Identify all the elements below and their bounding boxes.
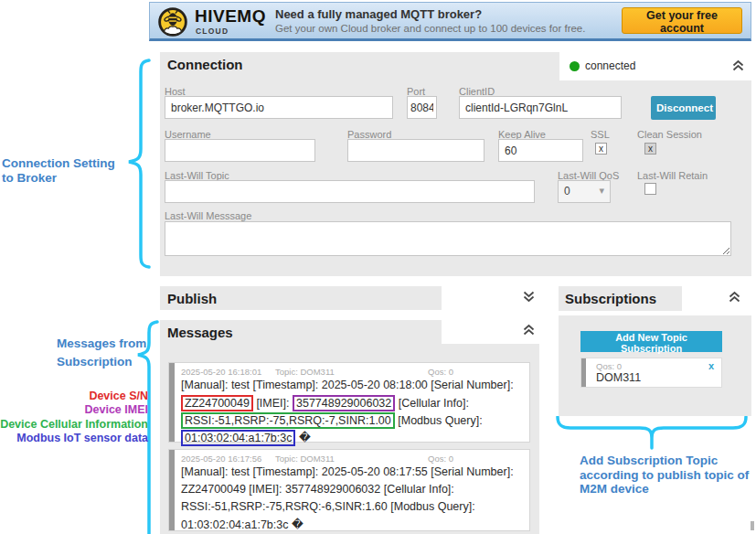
message-line: ZZ24700049 [IMEI]: 357748929006032 [Cell…	[181, 483, 454, 496]
message-time: 2025-05-20 16:17:56	[181, 454, 261, 464]
serial-number-highlight: ZZ24700049	[181, 395, 253, 411]
lastwill-topic-input[interactable]	[165, 180, 535, 203]
annotation-modbus-data: Modbus IoT sensor data	[0, 432, 148, 445]
clientid-input[interactable]	[459, 96, 622, 119]
banner-subheadline: Get your own Cloud broker and connect up…	[275, 23, 585, 34]
annotation-device-legend: Device S/N Device IMEI Device Cellular I…	[0, 390, 148, 445]
clean-session-label: Clean Session	[637, 129, 702, 140]
message-time: 2025-05-20 16:18:01	[181, 367, 261, 377]
add-subscription-button[interactable]: Add New Topic Subscription	[580, 331, 722, 352]
subscription-handle	[581, 358, 586, 387]
lastwill-retain-checkbox[interactable]	[644, 183, 656, 195]
hivemq-cloud-label: CLOUD	[196, 27, 229, 36]
disconnect-button[interactable]: Disconnect	[651, 96, 716, 120]
message-card: 2025-05-20 16:18:01 Topic: DOM311 Qos: 0…	[168, 362, 530, 443]
message-topic: Topic: DOM311	[275, 454, 335, 464]
ssl-label: SSL	[591, 129, 610, 140]
annotation-device-imei: Device IMEI	[0, 403, 148, 417]
connection-panel: Connection connected Host Port ClientID …	[160, 52, 751, 276]
banner-headline: Need a fully managed MQTT broker?	[275, 7, 482, 21]
subscription-topic: DOM311	[596, 371, 641, 384]
keepalive-input[interactable]	[498, 139, 583, 162]
hivemq-brand: HIVEMQ	[195, 6, 266, 27]
annotation-connection-setting: Connection Setting to Broker	[2, 156, 130, 186]
messages-title: Messages	[167, 325, 233, 340]
subscriptions-title: Subscriptions	[565, 291, 656, 306]
lastwill-message-label: Last-Will Messsage	[165, 210, 251, 221]
hivemq-bee-icon[interactable]	[157, 6, 188, 37]
annotation-add-subscription-topic: Add Subscription Topic according to publ…	[580, 454, 756, 497]
message-handle	[169, 363, 175, 442]
brace-connection	[125, 58, 151, 270]
port-input[interactable]	[407, 96, 437, 119]
status-dot-icon	[570, 61, 580, 71]
chevron-down-icon: ▾	[599, 185, 604, 197]
clean-session-checkbox[interactable]: x	[644, 143, 656, 155]
password-input[interactable]	[347, 139, 484, 162]
subscription-qos: Qos: 0	[596, 361, 622, 371]
message-line: 01:03:02:04:a1:7b:3c �	[181, 430, 311, 446]
connection-status: connected	[585, 59, 635, 72]
message-topic: Topic: DOM311	[275, 367, 335, 377]
chevron-double-down-icon[interactable]	[522, 290, 536, 303]
messages-list: 2025-05-20 16:18:01 Topic: DOM311 Qos: 0…	[160, 344, 539, 534]
chevron-double-up-icon[interactable]	[728, 291, 741, 304]
message-line: RSSI:-51,RSRP:-75,RSRQ:-7,SINR:1.00 [Mod…	[181, 412, 483, 429]
connection-title: Connection	[167, 57, 243, 72]
lastwill-qos-value: 0	[564, 185, 570, 198]
message-card: 2025-05-20 16:17:56 Topic: DOM311 Qos: 0…	[168, 449, 530, 531]
screenshot-root: HIVEMQ CLOUD Need a fully managed MQTT b…	[0, 0, 756, 534]
lastwill-retain-label: Last-Will Retain	[637, 170, 708, 181]
subscriptions-panel: Add New Topic Subscription Qos: 0 x DOM3…	[559, 315, 751, 416]
username-input[interactable]	[165, 139, 315, 162]
chevron-double-up-icon[interactable]	[731, 59, 745, 72]
cellular-highlight: RSSI:-51,RSRP:-75,RSRQ:-7,SINR:1.00	[181, 412, 395, 429]
message-qos: Qos: 0	[428, 454, 453, 464]
lastwill-message-textarea[interactable]	[165, 221, 731, 256]
get-free-account-button[interactable]: Get your free account	[622, 7, 742, 34]
imei-highlight: 357748929006032	[293, 395, 395, 411]
annotation-device-sn: Device S/N	[0, 390, 148, 403]
brace-subscription	[556, 416, 751, 451]
publish-header: Publish	[160, 286, 442, 310]
subscriptions-header: Subscriptions	[559, 286, 682, 311]
message-line: [Manual]: test [Timestamp]: 2025-05-20 0…	[181, 465, 514, 478]
message-line: 01:03:02:04:a1:7b:3c �	[181, 518, 303, 531]
message-line: [Manual]: test [Timestamp]: 2025-05-20 0…	[181, 379, 514, 391]
connection-status-tab: connected	[559, 52, 751, 80]
modbus-highlight: 01:03:02:04:a1:7b:3c	[181, 430, 295, 446]
lastwill-qos-select[interactable]: 0 ▾	[558, 180, 611, 203]
close-icon[interactable]: x	[708, 360, 714, 371]
chevron-double-up-icon[interactable]	[522, 324, 536, 336]
hivemq-banner: HIVEMQ CLOUD Need a fully managed MQTT b…	[149, 2, 751, 41]
message-line: ZZ24700049 [IMEI]: 357748929006032 [Cell…	[181, 395, 469, 411]
host-input[interactable]	[165, 96, 393, 119]
ssl-checkbox[interactable]: x	[595, 143, 607, 155]
messages-header: Messages	[160, 320, 442, 344]
publish-title: Publish	[167, 291, 217, 306]
message-handle	[169, 450, 175, 530]
scrollbar-fragment	[751, 521, 754, 530]
annotation-device-cellular: Device Cellular Information	[0, 418, 148, 432]
message-line: RSSI:-51,RSRP:-75,RSRQ:-6,SINR:1.60 [Mod…	[181, 500, 475, 513]
message-qos: Qos: 0	[428, 367, 453, 377]
subscription-item: Qos: 0 x DOM311	[580, 358, 722, 388]
